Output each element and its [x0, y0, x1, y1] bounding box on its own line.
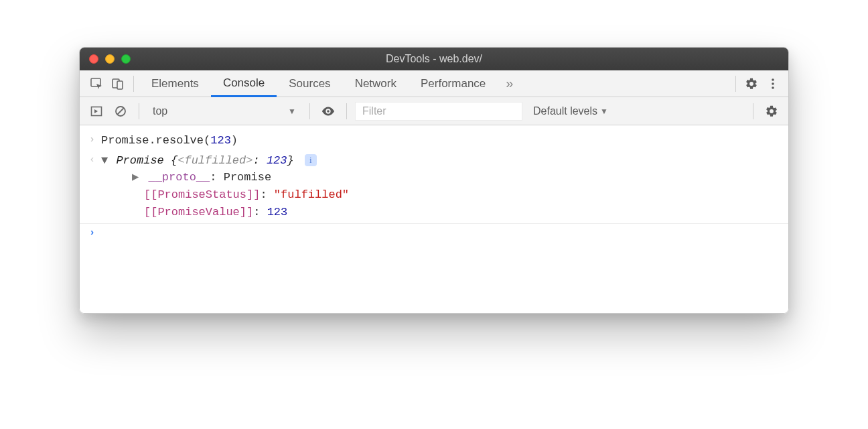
input-chevron-icon: › — [89, 133, 101, 147]
divider — [753, 103, 753, 119]
window-title: DevTools - web.dev/ — [80, 53, 788, 65]
panel-tabs-bar: Elements Console Sources Network Perform… — [80, 70, 788, 97]
tab-elements[interactable]: Elements — [139, 70, 211, 97]
internal-slot-key: [[PromiseStatus]] — [144, 188, 260, 201]
filter-input[interactable] — [355, 102, 522, 121]
tab-performance[interactable]: Performance — [409, 70, 498, 97]
console-result-row[interactable]: ‹ ▼ Promise {<fulfilled>: 123} i ▶ __pro… — [80, 151, 788, 224]
inspect-element-icon[interactable] — [86, 74, 106, 94]
panel-tabs: Elements Console Sources Network Perform… — [139, 70, 498, 97]
code-token: 123 — [210, 134, 231, 147]
window-controls — [89, 54, 131, 64]
internal-slot-value: 123 — [267, 206, 288, 219]
console-toolbar: top ▼ Default levels ▼ — [80, 97, 788, 125]
settings-gear-icon[interactable] — [741, 74, 762, 94]
object-tree: ▶ __proto__: Promise [[PromiseStatus]]: … — [101, 169, 779, 221]
divider — [139, 103, 139, 119]
tab-network[interactable]: Network — [343, 70, 409, 97]
kebab-menu-icon[interactable] — [763, 74, 783, 94]
prompt-chevron-icon: › — [89, 226, 101, 241]
execution-context-label: top — [153, 105, 167, 117]
toggle-sidebar-icon[interactable] — [86, 101, 106, 121]
dropdown-triangle-icon: ▼ — [288, 107, 296, 116]
expand-caret-right-icon[interactable]: ▶ — [132, 171, 139, 184]
proto-key: __proto__ — [148, 171, 210, 184]
close-window-button[interactable] — [89, 54, 98, 64]
devtools-window: DevTools - web.dev/ Elements Console Sou… — [79, 47, 789, 314]
minimize-window-button[interactable] — [105, 54, 115, 64]
titlebar[interactable]: DevTools - web.dev/ — [80, 48, 788, 70]
internal-slot-key: [[PromiseValue]] — [144, 206, 253, 219]
svg-line-8 — [117, 108, 124, 115]
execution-context-select[interactable]: top ▼ — [147, 102, 301, 121]
divider — [346, 103, 347, 119]
svg-point-4 — [772, 82, 774, 85]
tree-row-value[interactable]: [[PromiseValue]]: 123 — [132, 204, 779, 221]
svg-point-5 — [772, 86, 774, 89]
tree-row-status[interactable]: [[PromiseStatus]]: "fulfilled" — [132, 186, 779, 204]
divider — [735, 76, 736, 92]
tab-sources[interactable]: Sources — [277, 70, 342, 97]
divider — [309, 103, 310, 119]
clear-console-icon[interactable] — [111, 101, 131, 121]
divider — [133, 76, 134, 92]
console-input-code: Promise.resolve(123) — [101, 133, 779, 149]
code-token: ) — [231, 134, 238, 147]
console-prompt-row[interactable]: › — [80, 224, 788, 243]
output-chevron-icon: ‹ — [89, 153, 101, 168]
log-levels-label: Default levels — [533, 105, 597, 117]
dropdown-triangle-icon: ▼ — [600, 107, 608, 116]
live-expression-eye-icon[interactable] — [318, 101, 338, 121]
console-settings-gear-icon[interactable] — [762, 101, 782, 121]
proto-value: Promise — [224, 171, 271, 184]
svg-point-3 — [772, 78, 774, 81]
object-class-name: Promise — [116, 154, 163, 167]
internal-slot-value: "fulfilled" — [274, 188, 349, 201]
zoom-window-button[interactable] — [121, 54, 131, 64]
device-toolbar-icon[interactable] — [108, 74, 128, 94]
promise-state-label: <fulfilled> — [177, 154, 252, 167]
code-token: Promise.resolve — [101, 134, 204, 147]
code-token: ( — [204, 134, 210, 147]
console-body: › Promise.resolve(123) ‹ ▼ Promise {<ful… — [80, 125, 788, 313]
tab-console[interactable]: Console — [211, 70, 277, 97]
log-levels-select[interactable]: Default levels ▼ — [526, 105, 615, 117]
expand-caret-down-icon[interactable]: ▼ — [101, 154, 108, 167]
console-input-echo-row[interactable]: › Promise.resolve(123) — [80, 131, 788, 151]
svg-rect-2 — [117, 81, 123, 89]
console-result-content: ▼ Promise {<fulfilled>: 123} i ▶ __proto… — [101, 153, 779, 221]
info-badge-icon[interactable]: i — [305, 154, 317, 166]
svg-point-9 — [327, 110, 330, 113]
object-summary[interactable]: ▼ Promise {<fulfilled>: 123} i — [101, 153, 779, 169]
tree-row-proto[interactable]: ▶ __proto__: Promise — [132, 169, 779, 186]
promise-head-value: 123 — [267, 154, 287, 167]
more-tabs-icon[interactable]: » — [499, 76, 520, 91]
